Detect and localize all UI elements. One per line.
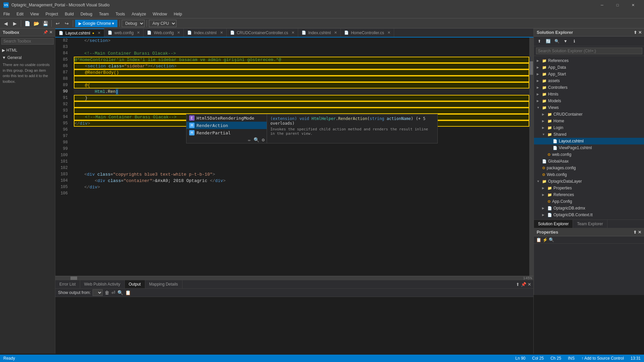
code-line-82[interactable]: </section> (74, 38, 529, 44)
code-content[interactable]: </section> <!--Main Container Burası Ola… (70, 38, 529, 276)
toolbox-category-html-header[interactable]: ▶ HTML (1, 47, 54, 53)
output-word-wrap-btn[interactable]: ⏎ (111, 290, 115, 295)
se-pin-icon[interactable]: ⬆ (634, 30, 637, 35)
tree-item-properties[interactable]: ▶📁Properties (534, 185, 644, 191)
maximize-button[interactable]: □ (610, 0, 625, 10)
code-line-86[interactable]: <section class="sidebar"></section> (74, 63, 529, 69)
se-toolbar-btn-3[interactable]: 🔍 (553, 37, 561, 45)
tree-item-app_data[interactable]: ▶📁App_Data (534, 64, 644, 71)
tab-CRUDContainerController-cs-4[interactable]: 📄CRUDContainerController.cs✕ (227, 28, 298, 37)
ac-item-1[interactable]: MRenderAction (186, 122, 267, 129)
se-toolbar-btn-2[interactable]: 🔄 (544, 37, 552, 45)
props-btn-3[interactable]: 🔍 (549, 237, 554, 242)
tree-item-app_start[interactable]: ▶📁App_Start (534, 71, 644, 77)
tree-item-crudcontainer[interactable]: ▶📁CRUDContainer (534, 111, 644, 118)
tree-item-views[interactable]: ▼📁Views (534, 104, 644, 111)
menu-item-tools[interactable]: Tools (112, 10, 128, 18)
toolbox-pin-icon[interactable]: 📌 (43, 30, 48, 35)
tab-close-4[interactable]: ✕ (291, 31, 294, 35)
tab-Web-config-2[interactable]: 📄Web.config✕ (144, 28, 184, 37)
tree-item-references[interactable]: ▶📁References (534, 57, 644, 64)
menu-item-edit[interactable]: Edit (13, 10, 27, 18)
toolbar-back-button[interactable]: ◀ (2, 19, 10, 27)
tree-item-controllers[interactable]: ▶📁Controllers (534, 84, 644, 91)
code-line-100[interactable] (74, 152, 529, 159)
tree-item-app.config[interactable]: ⚙App.Config (534, 198, 644, 205)
menu-item-help[interactable]: Help (170, 10, 185, 18)
minimize-button[interactable]: ─ (594, 0, 610, 10)
code-line-85[interactable]: @*HomeController'ın Index'i ile sidebar … (74, 57, 529, 63)
code-line-102[interactable] (74, 165, 529, 171)
output-tab-output[interactable]: Output (125, 280, 145, 288)
output-find-btn[interactable]: 🔍 (117, 290, 123, 295)
cpu-select[interactable]: Any CPU (149, 20, 176, 27)
tree-item-layout.cshtml[interactable]: 📄Layout.cshtml (534, 138, 644, 144)
tab-close-1[interactable]: ✕ (137, 31, 140, 35)
code-line-83[interactable] (74, 44, 529, 50)
props-close-icon[interactable]: ✕ (638, 230, 641, 235)
menu-item-project[interactable]: Project (42, 10, 61, 18)
code-line-106[interactable] (74, 190, 529, 197)
toolbar-open-button[interactable]: 📂 (32, 19, 40, 27)
tab-Layout-cshtml-0[interactable]: 📄Layout.cshtml●✕ (55, 28, 104, 37)
tree-item-optagricdb.edmx[interactable]: ▶📄OptagricDB.edmx (534, 205, 644, 212)
toolbar-redo-button[interactable]: ↪ (63, 19, 71, 27)
output-clear-btn[interactable]: 🗑 (105, 290, 109, 295)
code-line-93[interactable] (74, 108, 529, 114)
tree-item-assets[interactable]: ▶📁assets (534, 77, 644, 84)
ac-footer-icon-1[interactable]: 🔍 (254, 137, 259, 142)
tree-item-web.config[interactable]: ⚙Web.config (534, 171, 644, 178)
output-tab-error-list[interactable]: Error List (55, 280, 80, 288)
code-line-103[interactable]: <div class="copyrights blue3 text-white … (74, 171, 529, 178)
output-close-button[interactable]: ✕ (528, 282, 531, 287)
tab-close-0[interactable]: ✕ (98, 31, 101, 35)
menu-item-debug[interactable]: Debug (77, 10, 96, 18)
tree-item-viewpage1.cshtml[interactable]: 📄ViewPage1.cshtml (534, 144, 644, 151)
code-line-84[interactable]: <!--Main Container Burası Olacak--> (74, 50, 529, 57)
ac-footer-icon-2[interactable]: ⚙ (262, 137, 265, 142)
code-area[interactable]: 8283848586878889909192939495969798991001… (55, 38, 533, 276)
tree-item-web.config[interactable]: ⚙web.config (534, 151, 644, 158)
tree-item-shared[interactable]: ▼📁Shared (534, 131, 644, 138)
menu-item-file[interactable]: File (0, 10, 13, 18)
tree-item-home[interactable]: ▶📁Home (534, 118, 644, 124)
editor-scrollbar[interactable] (529, 38, 533, 276)
toolbar-undo-button[interactable]: ↩ (54, 19, 62, 27)
output-pin-button[interactable]: 📌 (521, 282, 526, 287)
horizontal-scrollbar[interactable]: 145% (55, 276, 533, 280)
tab-Index-cshtml-3[interactable]: 📄Index.cshtml✕ (184, 28, 226, 37)
se-close-icon[interactable]: ✕ (638, 30, 642, 35)
toolbar-save-button[interactable]: 💾 (41, 19, 49, 27)
code-line-99[interactable] (74, 146, 529, 152)
menu-item-team[interactable]: Team (96, 10, 112, 18)
se-collapse-btn[interactable]: ▼ (561, 37, 570, 45)
output-source-select[interactable] (93, 289, 103, 296)
se-tab-team-explorer[interactable]: Team Explorer (573, 220, 607, 228)
code-line-104[interactable]: <div class="container">&#xA9; 2018 Optag… (74, 178, 529, 184)
code-line-90[interactable]: Html.Ren| (74, 88, 529, 95)
menu-item-analyze[interactable]: Analyze (128, 10, 150, 18)
tab-close-2[interactable]: ✕ (177, 31, 180, 35)
tree-item-packages.config[interactable]: ⚙packages.config (534, 165, 644, 171)
tab-web-config-1[interactable]: 📄web.config✕ (104, 28, 144, 37)
tree-item-globalasax[interactable]: 📄GlobalAsax (534, 158, 644, 165)
props-btn-2[interactable]: ⚡ (542, 237, 548, 242)
tree-item-login[interactable]: ▶📁Login (534, 124, 644, 131)
toolbar-new-button[interactable]: 📄 (23, 19, 31, 27)
code-line-105[interactable]: </div> (74, 184, 529, 190)
tree-item-optagricdatalayer[interactable]: ▼📁OptagricDataLayer (534, 178, 644, 185)
run-button[interactable]: ▶ Google Chrome ▾ (75, 20, 117, 27)
close-button[interactable]: ✕ (625, 0, 641, 10)
output-copy-btn[interactable]: 📋 (125, 290, 131, 295)
autocomplete-popup[interactable]: EHtml5DateRenderingModeMRenderActionMRen… (186, 114, 438, 143)
code-line-89[interactable]: @{ (74, 82, 529, 88)
props-pin-icon[interactable]: ⬆ (633, 230, 637, 235)
tab-close-3[interactable]: ✕ (220, 31, 223, 35)
output-tab-mapping[interactable]: Mapping Details (145, 280, 182, 288)
se-toolbar-btn-1[interactable]: ⬆ (535, 37, 543, 45)
tab-close-5[interactable]: ✕ (334, 31, 337, 35)
horizontal-scrollbar-thumb[interactable] (70, 277, 77, 280)
menu-item-view[interactable]: View (27, 10, 42, 18)
status-add-source-control[interactable]: ↑ Add to Source Control (581, 356, 624, 361)
debug-mode-select[interactable]: Debug (122, 20, 145, 27)
